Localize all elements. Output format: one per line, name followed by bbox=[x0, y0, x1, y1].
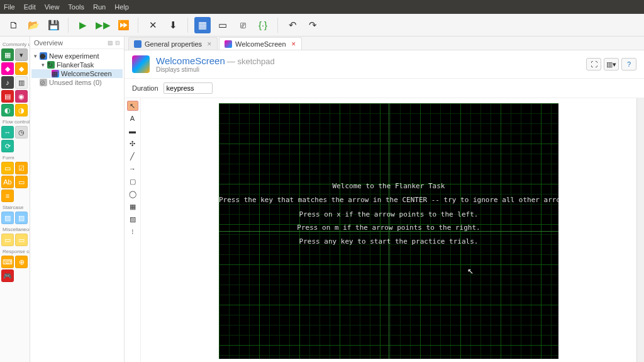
stimulus-line-4[interactable]: Press on m if the arrow points to the ri… bbox=[219, 223, 558, 232]
drawtool-1[interactable]: A bbox=[127, 113, 138, 123]
drawtool-6[interactable]: ▢ bbox=[127, 176, 138, 186]
palette-item[interactable]: ▤ bbox=[1, 90, 14, 103]
palette-item[interactable]: 🎮 bbox=[1, 269, 14, 282]
palette-item[interactable]: ▭ bbox=[1, 234, 14, 246]
stimulus-line-1[interactable]: Welcome to the Flanker Task bbox=[219, 182, 558, 190]
palette-item[interactable]: ◑ bbox=[15, 104, 28, 116]
scrollbar-v[interactable] bbox=[636, 98, 644, 362]
palette-item[interactable]: ▦ bbox=[1, 48, 14, 61]
duration-row: Duration bbox=[125, 79, 644, 98]
palette-item[interactable]: ⊕ bbox=[15, 256, 28, 268]
tab-welcomescreen[interactable]: WelcomeScreen ✕ bbox=[219, 37, 302, 50]
palette-group-header: Form bbox=[3, 155, 28, 161]
palette-item[interactable]: ▾ bbox=[15, 48, 28, 61]
menu-help[interactable]: Help bbox=[114, 3, 129, 11]
separator bbox=[68, 18, 69, 33]
variables-button[interactable]: {·} bbox=[255, 17, 271, 33]
tab-general-properties[interactable]: General properties ✕ bbox=[128, 37, 218, 50]
separator bbox=[138, 18, 138, 33]
overview-toggle[interactable]: ▦ bbox=[194, 17, 211, 33]
sketchpad-icon bbox=[132, 55, 150, 73]
palette-item[interactable]: ◉ bbox=[15, 90, 28, 103]
palette-group-header: Commonly used bbox=[3, 42, 28, 47]
kill-button[interactable]: ✕ bbox=[145, 17, 161, 33]
overview-header: Overview ▧ ⊟ bbox=[30, 37, 124, 49]
drawtool-4[interactable]: ╱ bbox=[127, 151, 138, 161]
palette-item[interactable]: ◷ bbox=[15, 126, 28, 139]
undo-button[interactable]: ↶ bbox=[284, 17, 301, 33]
pool-button[interactable]: ▭ bbox=[214, 17, 231, 33]
drawtool-3[interactable]: ✣ bbox=[127, 139, 138, 149]
quickrun-button[interactable]: ⏩ bbox=[115, 17, 131, 33]
overview-panel: Overview ▧ ⊟ ▾⬣ New experiment ▾↻ Flanke… bbox=[30, 37, 125, 362]
palette-item[interactable]: ▨ bbox=[15, 212, 28, 224]
menu-bar: File Edit View Tools Run Help bbox=[0, 0, 644, 14]
drawtool-8[interactable]: ▦ bbox=[127, 201, 138, 212]
menu-tools[interactable]: Tools bbox=[68, 3, 84, 11]
new-button[interactable]: 🗋 bbox=[5, 17, 21, 33]
editor-tabs: General properties ✕ WelcomeScreen ✕ bbox=[125, 37, 644, 50]
palette-item[interactable]: ▭ bbox=[1, 162, 14, 174]
redo-button[interactable]: ↷ bbox=[304, 17, 321, 33]
tab-label: General properties bbox=[145, 40, 202, 48]
overview-icons[interactable]: ▧ ⊟ bbox=[108, 40, 120, 46]
duration-label: Duration bbox=[132, 84, 158, 92]
drawtool-5[interactable]: → bbox=[127, 164, 138, 174]
sketchpad-canvas[interactable]: Welcome to the Flanker Task Press the ke… bbox=[219, 103, 558, 359]
stimulus-line-2[interactable]: Press the key that matches the arrow in … bbox=[219, 196, 558, 204]
tab-icon bbox=[134, 40, 142, 48]
palette-item[interactable]: ◐ bbox=[1, 104, 14, 116]
separator bbox=[187, 18, 188, 33]
menu-file[interactable]: File bbox=[4, 3, 15, 11]
tree-unused-label: Unused items (0) bbox=[49, 79, 102, 86]
download-button[interactable]: ⬇ bbox=[165, 17, 181, 33]
drawtool-7[interactable]: ◯ bbox=[127, 189, 138, 199]
palette-item[interactable]: ◆ bbox=[1, 62, 14, 75]
palette-item[interactable]: ▨ bbox=[1, 212, 14, 224]
palette-item[interactable]: Ab bbox=[1, 176, 14, 188]
palette-item[interactable]: ⌨ bbox=[1, 256, 14, 268]
editor-header: WelcomeScreen — sketchpad Displays stimu… bbox=[125, 50, 644, 79]
drawtool-2[interactable]: ▬ bbox=[127, 126, 138, 136]
palette-item[interactable]: ♪ bbox=[1, 76, 14, 89]
draw-toolbar: ↖A▬✣╱→▢◯▦▨⁝ bbox=[125, 98, 141, 362]
palette-item[interactable]: ↔ bbox=[1, 126, 14, 139]
palette-group-header: Flow control bbox=[3, 119, 28, 125]
palette-item[interactable]: ▥ bbox=[15, 76, 28, 89]
palette-item[interactable]: ☑ bbox=[15, 162, 28, 174]
help-button[interactable]: ? bbox=[621, 58, 636, 71]
drawtool-0[interactable]: ↖ bbox=[127, 101, 138, 111]
close-icon[interactable]: ✕ bbox=[207, 41, 212, 47]
run-button[interactable]: ▶ bbox=[75, 17, 91, 33]
editor-area: General properties ✕ WelcomeScreen ✕ Wel… bbox=[125, 37, 644, 362]
menu-view[interactable]: View bbox=[45, 3, 60, 11]
palette-group-header: Miscellaneous bbox=[3, 227, 28, 232]
palette-item[interactable]: ◆ bbox=[15, 62, 28, 75]
palette-item[interactable]: ≡ bbox=[1, 189, 14, 202]
tree-root[interactable]: ▾⬣ New experiment bbox=[31, 52, 123, 60]
stimulus-line-5[interactable]: Press any key to start the practice tria… bbox=[219, 237, 558, 246]
item-title[interactable]: WelcomeScreen bbox=[156, 55, 225, 66]
select-view-button[interactable]: ▥▾ bbox=[604, 58, 619, 71]
save-button[interactable]: 💾 bbox=[45, 17, 62, 33]
console-button[interactable]: ⎚ bbox=[235, 17, 251, 33]
stimulus-line-3[interactable]: Press on x if the arrow points to the le… bbox=[219, 210, 558, 218]
tree-welcomescreen[interactable]: ▦ WelcomeScreen bbox=[31, 69, 123, 78]
drawtool-9[interactable]: ▨ bbox=[127, 214, 138, 224]
close-icon[interactable]: ✕ bbox=[291, 41, 296, 47]
tree-unused[interactable]: ⊘ Unused items (0) bbox=[31, 78, 123, 87]
fullscreen-button[interactable]: ⛶ bbox=[586, 58, 601, 71]
open-button[interactable]: 📂 bbox=[25, 17, 42, 33]
palette-item[interactable]: ▭ bbox=[15, 176, 28, 188]
palette-item[interactable]: ▭ bbox=[15, 234, 28, 246]
menu-run[interactable]: Run bbox=[93, 3, 106, 11]
item-type: — sketchpad bbox=[227, 57, 275, 66]
drawtool-10[interactable]: ⁝ bbox=[127, 227, 138, 237]
run-window-button[interactable]: ▶▶ bbox=[95, 17, 111, 33]
duration-input[interactable] bbox=[164, 82, 213, 94]
menu-edit[interactable]: Edit bbox=[24, 3, 36, 11]
experiment-tree: ▾⬣ New experiment ▾↻ FlankerTask ▦ Welco… bbox=[30, 49, 124, 89]
tree-loop[interactable]: ▾↻ FlankerTask bbox=[31, 60, 123, 69]
palette-item[interactable]: ⟳ bbox=[1, 140, 14, 152]
separator bbox=[277, 18, 278, 33]
